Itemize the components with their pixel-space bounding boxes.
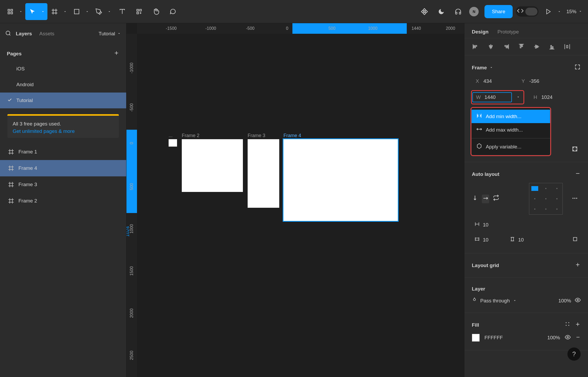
comment-tool-button[interactable] xyxy=(164,3,181,20)
share-button[interactable]: Share xyxy=(484,5,513,18)
frame-type-dropdown[interactable]: Frame xyxy=(472,65,493,71)
layer-name: Frame 3 xyxy=(18,182,37,187)
pad-v-icon xyxy=(510,236,515,243)
add-page-button[interactable] xyxy=(114,50,119,57)
distribute-icon[interactable] xyxy=(564,43,571,50)
voice-button[interactable] xyxy=(450,3,467,20)
text-tool-button[interactable] xyxy=(114,3,131,20)
auto-layout-more-button[interactable] xyxy=(572,195,578,203)
dev-mode-icon xyxy=(517,7,524,16)
add-layout-grid-button[interactable] xyxy=(575,262,581,269)
resources-icon xyxy=(136,8,143,15)
hand-icon xyxy=(153,8,159,15)
visibility-icon[interactable] xyxy=(575,297,581,304)
tab-design[interactable]: Design xyxy=(472,29,488,35)
width-field[interactable]: W 1440 xyxy=(472,92,512,102)
canvas-frame[interactable] xyxy=(169,139,177,147)
dev-mode-toggle[interactable] xyxy=(516,6,538,17)
padding-vertical-field[interactable]: 10 xyxy=(507,235,536,245)
direction-vertical-button[interactable] xyxy=(472,195,478,203)
shape-tool-button[interactable] xyxy=(70,3,92,20)
help-button[interactable]: ? xyxy=(567,347,581,361)
remove-fill-button[interactable] xyxy=(575,335,581,341)
svg-point-67 xyxy=(576,198,577,199)
fit-to-content-icon[interactable] xyxy=(574,64,581,71)
search-icon[interactable] xyxy=(5,30,11,37)
align-top-icon[interactable] xyxy=(518,43,525,50)
hand-tool-button[interactable] xyxy=(148,3,164,20)
align-right-icon[interactable] xyxy=(502,43,510,50)
component-insert-button[interactable] xyxy=(416,3,433,20)
page-row[interactable]: Tutorial xyxy=(0,93,126,108)
svg-point-83 xyxy=(566,325,566,326)
ruler-tick: 2000 xyxy=(129,308,134,318)
resize-to-fit-icon[interactable] xyxy=(572,146,578,153)
pen-tool-button[interactable] xyxy=(92,3,114,20)
present-button[interactable] xyxy=(542,3,564,20)
fill-visibility-icon[interactable] xyxy=(565,334,571,341)
fill-style-icon[interactable] xyxy=(565,321,570,328)
padding-horizontal-field[interactable]: 10 xyxy=(472,235,501,245)
tab-layers[interactable]: Layers xyxy=(16,31,32,37)
add-fill-button[interactable] xyxy=(575,321,581,328)
file-name-dropdown[interactable]: Tutorial xyxy=(99,31,121,37)
chevron-down-icon xyxy=(41,10,45,13)
y-field[interactable]: Y -356 xyxy=(518,77,557,86)
menu-item-add-min-width[interactable]: Add min width... xyxy=(472,110,550,123)
move-tool-button[interactable] xyxy=(25,3,47,20)
direction-wrap-button[interactable] xyxy=(493,195,499,203)
menu-item-add-max-width[interactable]: Add max width... xyxy=(472,123,550,137)
fill-opacity-value[interactable]: 100% xyxy=(547,335,560,341)
layer-row[interactable]: Frame 3 xyxy=(0,176,126,193)
remove-auto-layout-button[interactable] xyxy=(575,171,581,178)
canvas[interactable]: -1500 -1000 -500 0 500 1000 1440 2000 -1… xyxy=(126,23,464,377)
right-panel: Design Prototype Frame xyxy=(464,23,588,377)
upgrade-link[interactable]: Get unlimited pages & more xyxy=(13,128,114,134)
layer-row[interactable]: Frame 1 xyxy=(0,144,126,160)
direction-horizontal-button[interactable] xyxy=(482,195,489,203)
layer-row[interactable]: Frame 4 xyxy=(0,160,126,176)
blend-mode-dropdown[interactable]: Pass through xyxy=(472,297,517,304)
fill-hex-value[interactable]: FFFFFF xyxy=(484,335,503,341)
alignment-grid[interactable] xyxy=(529,183,563,215)
layer-opacity-value[interactable]: 100% xyxy=(558,298,571,304)
canvas-frame[interactable] xyxy=(182,139,243,192)
svg-rect-2 xyxy=(8,12,9,14)
tab-prototype[interactable]: Prototype xyxy=(497,29,519,35)
canvas-frame[interactable] xyxy=(283,139,398,221)
frame-label[interactable]: ... xyxy=(169,133,173,138)
upgrade-card: All 3 free pages used. Get unlimited pag… xyxy=(7,114,119,138)
comment-icon xyxy=(169,8,176,15)
ruler-tick: 0 xyxy=(286,26,288,31)
ruler-tick: -500 xyxy=(246,26,254,31)
main-menu-button[interactable] xyxy=(3,3,25,20)
layer-name: Frame 4 xyxy=(18,165,37,171)
canvas-frame[interactable] xyxy=(248,139,279,208)
frame-label[interactable]: Frame 4 xyxy=(283,133,301,138)
resources-button[interactable] xyxy=(131,3,148,20)
gap-field[interactable]: 10 xyxy=(472,220,501,230)
tab-assets[interactable]: Assets xyxy=(39,31,54,37)
theme-toggle-button[interactable] xyxy=(433,3,450,20)
align-left-icon[interactable] xyxy=(472,43,479,50)
align-hcenter-icon[interactable] xyxy=(487,43,494,50)
page-row[interactable]: iOS xyxy=(0,61,126,77)
align-vcenter-icon[interactable] xyxy=(533,43,540,50)
layer-title: Layer xyxy=(472,286,485,292)
frame-tool-button[interactable] xyxy=(47,3,70,20)
frame-label[interactable]: Frame 2 xyxy=(182,133,199,138)
height-field[interactable]: H 1024 xyxy=(530,93,569,102)
left-panel: Layers Assets Tutorial Pages iOS Android xyxy=(0,23,126,377)
x-field[interactable]: X 434 xyxy=(472,77,511,86)
individual-padding-button[interactable] xyxy=(572,236,578,243)
page-row[interactable]: Android xyxy=(0,77,126,93)
width-options-button[interactable] xyxy=(513,91,523,103)
fill-swatch[interactable] xyxy=(472,334,480,342)
layer-row[interactable]: Frame 2 xyxy=(0,193,126,209)
align-bottom-icon[interactable] xyxy=(548,43,556,50)
ruler-horizontal: -1500 -1000 -500 0 500 1000 1440 2000 xyxy=(137,23,464,34)
frame-label[interactable]: Frame 3 xyxy=(248,133,265,138)
user-avatar[interactable]: N xyxy=(469,7,479,16)
menu-item-apply-variable[interactable]: Apply variable... xyxy=(472,140,550,153)
zoom-control[interactable]: 15% xyxy=(564,9,585,14)
